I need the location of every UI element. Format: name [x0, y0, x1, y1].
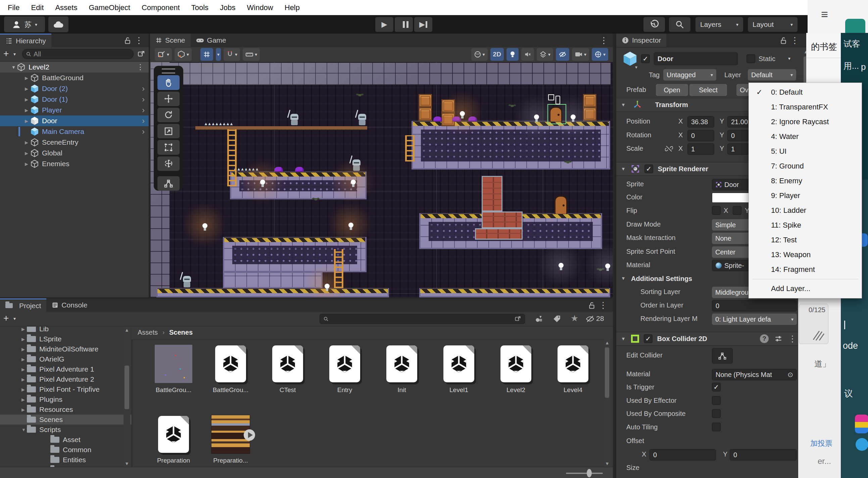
- asset-level1[interactable]: Level1: [430, 344, 487, 407]
- hierarchy-scene-root[interactable]: ▼Level2⋮: [0, 62, 149, 72]
- enemy-slime[interactable]: [295, 167, 304, 172]
- layer-option-11-spike[interactable]: 11: Spike: [749, 218, 862, 233]
- expand-arrow-icon[interactable]: ▼: [22, 427, 27, 432]
- menu-help[interactable]: Help: [279, 3, 305, 12]
- chevron-down-icon[interactable]: ▾: [635, 64, 638, 70]
- layer-option-9-player[interactable]: 9: Player: [749, 188, 862, 203]
- rotate-tool-button[interactable]: [157, 108, 180, 122]
- lock-icon[interactable]: [780, 37, 787, 44]
- rect-tool-button[interactable]: [157, 140, 180, 154]
- expand-arrow-icon[interactable]: ▶: [22, 367, 27, 372]
- expand-arrow-icon[interactable]: ▶: [22, 377, 27, 382]
- torch-light[interactable]: [260, 180, 265, 185]
- flip-x-checkbox[interactable]: [712, 206, 721, 215]
- used-by-effector-checkbox[interactable]: [712, 396, 721, 405]
- brick-tower[interactable]: [482, 176, 502, 211]
- help-icon[interactable]: ?: [760, 334, 769, 343]
- add-asset-button[interactable]: +: [3, 313, 9, 324]
- prefab-select-button[interactable]: Select: [689, 84, 727, 96]
- draw-tool-dropdown[interactable]: ▾: [155, 48, 172, 61]
- asset-level4[interactable]: Level4: [545, 344, 601, 407]
- shape-tool-dropdown[interactable]: ▾: [175, 48, 192, 61]
- foldout-arrow[interactable]: ▼: [621, 276, 626, 281]
- asset-preparatio-[interactable]: Preparatio...: [202, 415, 259, 467]
- enemy-bat[interactable]: [566, 161, 569, 163]
- expand-arrow-icon[interactable]: ▶: [25, 119, 30, 123]
- asset-preparation[interactable]: Preparation: [145, 415, 202, 467]
- expand-arrow-icon[interactable]: ▶: [22, 407, 27, 412]
- project-folder-plugins[interactable]: ▶Plugins: [0, 394, 132, 405]
- pause-button[interactable]: [395, 17, 413, 32]
- project-folder-scenes[interactable]: Scenes: [0, 415, 132, 425]
- object-picker-icon[interactable]: ⊙: [787, 370, 793, 379]
- component-enabled-checkbox[interactable]: ✓: [645, 165, 653, 173]
- browser-tab-shape[interactable]: [845, 19, 865, 33]
- expand-arrow-icon[interactable]: ▶: [25, 97, 30, 102]
- prefab-chevron-icon[interactable]: ›: [142, 84, 145, 93]
- chevron-down-icon[interactable]: ▾: [13, 316, 16, 321]
- picker-icon[interactable]: [137, 50, 145, 58]
- snap-magnet-dropdown[interactable]: ▾: [223, 48, 240, 61]
- torch-light[interactable]: [351, 180, 356, 185]
- asset-entry[interactable]: Entry: [316, 344, 373, 407]
- expand-arrow-icon[interactable]: ▶: [22, 327, 27, 332]
- breadcrumb-assets[interactable]: Assets: [137, 329, 158, 336]
- expand-arrow-icon[interactable]: ▶: [22, 397, 27, 402]
- cloud-button[interactable]: [48, 17, 68, 32]
- project-folder-pixel-adventure-2[interactable]: ▶Pixel Adventure 2: [0, 374, 132, 384]
- hamburger-menu-icon[interactable]: ≡: [821, 7, 828, 22]
- kebab-menu-icon[interactable]: ⋮: [790, 36, 799, 44]
- expand-arrow-icon[interactable]: ▶: [25, 76, 30, 81]
- menu-component[interactable]: Component: [136, 3, 186, 12]
- door[interactable]: [555, 196, 567, 214]
- expand-arrow-icon[interactable]: ▼: [11, 65, 17, 70]
- menu-tools[interactable]: Tools: [186, 3, 214, 12]
- torch-light[interactable]: [570, 115, 576, 119]
- offset-x-field[interactable]: 0: [650, 449, 716, 460]
- step-button[interactable]: ▶: [414, 17, 432, 32]
- torch-light[interactable]: [348, 222, 353, 228]
- enemy-bat[interactable]: [358, 94, 362, 96]
- enemy-bat[interactable]: [314, 198, 317, 200]
- tab-console[interactable]: Console: [46, 298, 93, 312]
- hierarchy-item-sceneentry[interactable]: ▶SceneEntry: [0, 137, 149, 148]
- enemy-knight[interactable]: [182, 275, 192, 288]
- grid-snap-toggle[interactable]: [200, 48, 213, 61]
- prefab-chevron-icon[interactable]: ›: [142, 127, 145, 136]
- torch-light[interactable]: [203, 223, 208, 228]
- annotation-counter-card[interactable]: 0/125: [799, 304, 828, 344]
- expand-arrow-icon[interactable]: ▶: [25, 108, 30, 113]
- account-button[interactable]: 苏 ▾: [4, 17, 45, 32]
- hand-tool-button[interactable]: [157, 75, 180, 90]
- expand-arrow-icon[interactable]: ▶: [25, 86, 30, 91]
- palette-drag-handle[interactable]: [162, 68, 175, 73]
- layer-option-10-ladder[interactable]: 10: Ladder: [749, 203, 862, 218]
- effects-dropdown[interactable]: ▾: [537, 48, 553, 61]
- project-folder-lsprite[interactable]: ▶LSprite: [0, 334, 132, 344]
- project-folder-resources[interactable]: ▶Resources: [0, 405, 132, 415]
- tag-dropdown[interactable]: Untagged▾: [663, 69, 716, 81]
- order-in-layer-field[interactable]: 0: [712, 300, 797, 311]
- auto-tiling-checkbox[interactable]: [712, 423, 721, 431]
- project-folder-pixel-font-tripfive[interactable]: ▶Pixel Font - Tripfive: [0, 384, 132, 394]
- menu-edit[interactable]: Edit: [25, 3, 49, 12]
- scale-x-field[interactable]: 1: [687, 143, 714, 155]
- rotation-x-field[interactable]: 0: [687, 130, 714, 141]
- bookmark-label[interactable]: 的书签: [811, 41, 837, 53]
- label-filter-icon[interactable]: [553, 315, 561, 323]
- menu-jobs[interactable]: Jobs: [214, 3, 241, 12]
- hierarchy-search-input[interactable]: All: [22, 49, 133, 59]
- asset-grid-scrollbar[interactable]: ▲ ▼: [604, 339, 610, 467]
- expand-arrow-icon[interactable]: ▶: [22, 347, 27, 352]
- tab-hierarchy[interactable]: Hierarchy: [0, 34, 51, 47]
- gizmo-dropdown[interactable]: ▾: [592, 48, 608, 61]
- torch-light[interactable]: [460, 111, 465, 116]
- prefab-open-button[interactable]: Open: [656, 84, 688, 96]
- shading-mode-dropdown[interactable]: ▾: [471, 48, 488, 61]
- breadcrumb-scenes[interactable]: Scenes: [169, 329, 193, 336]
- scale-tool-button[interactable]: [157, 124, 180, 138]
- crate[interactable]: [418, 108, 432, 121]
- expand-arrow-icon[interactable]: ▶: [25, 161, 30, 167]
- scene-canvas[interactable]: ▲▲▲▲▲▲▲▲ ▲▲▲▲▲▲▲: [150, 62, 613, 297]
- menu-assets[interactable]: Assets: [49, 3, 83, 12]
